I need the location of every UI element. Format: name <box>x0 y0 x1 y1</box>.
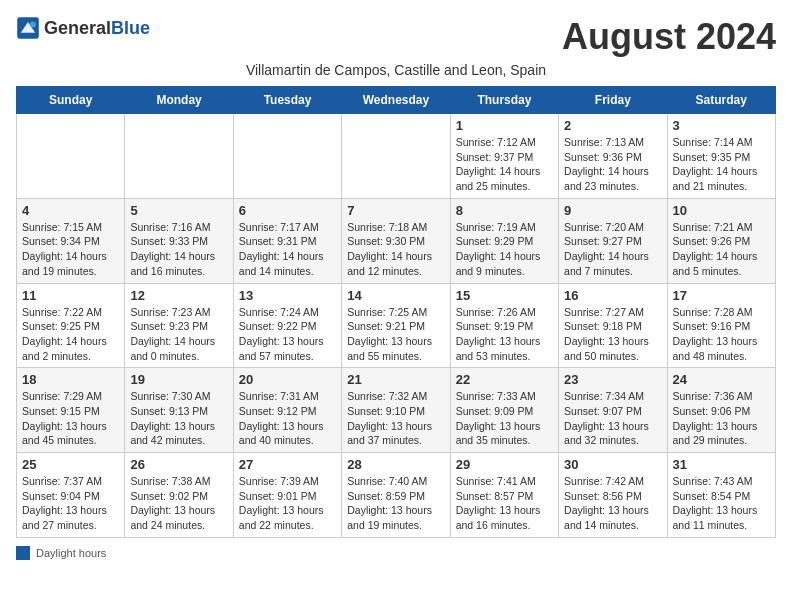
day-number: 11 <box>22 288 119 303</box>
day-number: 23 <box>564 372 661 387</box>
calendar-week-row: 18Sunrise: 7:29 AM Sunset: 9:15 PM Dayli… <box>17 368 776 453</box>
legend: Daylight hours <box>16 546 776 560</box>
day-number: 30 <box>564 457 661 472</box>
day-number: 26 <box>130 457 227 472</box>
calendar-day-cell: 2Sunrise: 7:13 AM Sunset: 9:36 PM Daylig… <box>559 114 667 199</box>
logo: General Blue <box>16 16 150 40</box>
day-info: Sunrise: 7:14 AM Sunset: 9:35 PM Dayligh… <box>673 135 770 194</box>
day-info: Sunrise: 7:25 AM Sunset: 9:21 PM Dayligh… <box>347 305 444 364</box>
calendar-day-cell: 14Sunrise: 7:25 AM Sunset: 9:21 PM Dayli… <box>342 283 450 368</box>
day-number: 7 <box>347 203 444 218</box>
logo-text-blue: Blue <box>111 19 150 37</box>
day-info: Sunrise: 7:13 AM Sunset: 9:36 PM Dayligh… <box>564 135 661 194</box>
day-number: 18 <box>22 372 119 387</box>
calendar-day-cell: 1Sunrise: 7:12 AM Sunset: 9:37 PM Daylig… <box>450 114 558 199</box>
day-info: Sunrise: 7:41 AM Sunset: 8:57 PM Dayligh… <box>456 474 553 533</box>
day-info: Sunrise: 7:34 AM Sunset: 9:07 PM Dayligh… <box>564 389 661 448</box>
day-number: 13 <box>239 288 336 303</box>
weekday-header-cell: Monday <box>125 87 233 114</box>
day-info: Sunrise: 7:28 AM Sunset: 9:16 PM Dayligh… <box>673 305 770 364</box>
calendar-week-row: 25Sunrise: 7:37 AM Sunset: 9:04 PM Dayli… <box>17 453 776 538</box>
calendar-day-cell <box>125 114 233 199</box>
weekday-header-cell: Thursday <box>450 87 558 114</box>
calendar-week-row: 11Sunrise: 7:22 AM Sunset: 9:25 PM Dayli… <box>17 283 776 368</box>
calendar-day-cell: 15Sunrise: 7:26 AM Sunset: 9:19 PM Dayli… <box>450 283 558 368</box>
day-number: 31 <box>673 457 770 472</box>
day-info: Sunrise: 7:39 AM Sunset: 9:01 PM Dayligh… <box>239 474 336 533</box>
day-info: Sunrise: 7:30 AM Sunset: 9:13 PM Dayligh… <box>130 389 227 448</box>
day-number: 24 <box>673 372 770 387</box>
calendar-day-cell: 4Sunrise: 7:15 AM Sunset: 9:34 PM Daylig… <box>17 198 125 283</box>
day-number: 4 <box>22 203 119 218</box>
day-info: Sunrise: 7:33 AM Sunset: 9:09 PM Dayligh… <box>456 389 553 448</box>
calendar-body: 1Sunrise: 7:12 AM Sunset: 9:37 PM Daylig… <box>17 114 776 538</box>
day-info: Sunrise: 7:40 AM Sunset: 8:59 PM Dayligh… <box>347 474 444 533</box>
calendar-day-cell: 16Sunrise: 7:27 AM Sunset: 9:18 PM Dayli… <box>559 283 667 368</box>
day-number: 15 <box>456 288 553 303</box>
day-info: Sunrise: 7:38 AM Sunset: 9:02 PM Dayligh… <box>130 474 227 533</box>
page-header: General Blue August 2024 <box>16 16 776 58</box>
day-number: 25 <box>22 457 119 472</box>
day-info: Sunrise: 7:27 AM Sunset: 9:18 PM Dayligh… <box>564 305 661 364</box>
day-info: Sunrise: 7:42 AM Sunset: 8:56 PM Dayligh… <box>564 474 661 533</box>
day-number: 8 <box>456 203 553 218</box>
weekday-header-row: SundayMondayTuesdayWednesdayThursdayFrid… <box>17 87 776 114</box>
day-number: 19 <box>130 372 227 387</box>
calendar-day-cell: 10Sunrise: 7:21 AM Sunset: 9:26 PM Dayli… <box>667 198 775 283</box>
day-info: Sunrise: 7:21 AM Sunset: 9:26 PM Dayligh… <box>673 220 770 279</box>
day-info: Sunrise: 7:31 AM Sunset: 9:12 PM Dayligh… <box>239 389 336 448</box>
day-info: Sunrise: 7:12 AM Sunset: 9:37 PM Dayligh… <box>456 135 553 194</box>
calendar-day-cell: 23Sunrise: 7:34 AM Sunset: 9:07 PM Dayli… <box>559 368 667 453</box>
weekday-header-cell: Friday <box>559 87 667 114</box>
day-info: Sunrise: 7:19 AM Sunset: 9:29 PM Dayligh… <box>456 220 553 279</box>
day-number: 3 <box>673 118 770 133</box>
calendar-day-cell: 7Sunrise: 7:18 AM Sunset: 9:30 PM Daylig… <box>342 198 450 283</box>
calendar-day-cell: 29Sunrise: 7:41 AM Sunset: 8:57 PM Dayli… <box>450 453 558 538</box>
day-info: Sunrise: 7:24 AM Sunset: 9:22 PM Dayligh… <box>239 305 336 364</box>
calendar-day-cell: 30Sunrise: 7:42 AM Sunset: 8:56 PM Dayli… <box>559 453 667 538</box>
day-info: Sunrise: 7:16 AM Sunset: 9:33 PM Dayligh… <box>130 220 227 279</box>
calendar-day-cell <box>342 114 450 199</box>
day-number: 14 <box>347 288 444 303</box>
day-info: Sunrise: 7:37 AM Sunset: 9:04 PM Dayligh… <box>22 474 119 533</box>
weekday-header-cell: Saturday <box>667 87 775 114</box>
day-number: 1 <box>456 118 553 133</box>
month-title: August 2024 <box>562 16 776 58</box>
day-info: Sunrise: 7:23 AM Sunset: 9:23 PM Dayligh… <box>130 305 227 364</box>
weekday-header-cell: Sunday <box>17 87 125 114</box>
calendar-table: SundayMondayTuesdayWednesdayThursdayFrid… <box>16 86 776 538</box>
day-number: 17 <box>673 288 770 303</box>
calendar-day-cell: 20Sunrise: 7:31 AM Sunset: 9:12 PM Dayli… <box>233 368 341 453</box>
day-info: Sunrise: 7:26 AM Sunset: 9:19 PM Dayligh… <box>456 305 553 364</box>
location-subtitle: Villamartin de Campos, Castille and Leon… <box>16 62 776 78</box>
calendar-day-cell: 12Sunrise: 7:23 AM Sunset: 9:23 PM Dayli… <box>125 283 233 368</box>
day-number: 22 <box>456 372 553 387</box>
weekday-header-cell: Wednesday <box>342 87 450 114</box>
day-number: 12 <box>130 288 227 303</box>
legend-label: Daylight hours <box>36 547 106 559</box>
logo-text-general: General <box>44 19 111 37</box>
calendar-day-cell: 25Sunrise: 7:37 AM Sunset: 9:04 PM Dayli… <box>17 453 125 538</box>
day-number: 2 <box>564 118 661 133</box>
svg-point-2 <box>30 21 36 27</box>
calendar-day-cell: 11Sunrise: 7:22 AM Sunset: 9:25 PM Dayli… <box>17 283 125 368</box>
day-info: Sunrise: 7:18 AM Sunset: 9:30 PM Dayligh… <box>347 220 444 279</box>
weekday-header-cell: Tuesday <box>233 87 341 114</box>
calendar-day-cell: 8Sunrise: 7:19 AM Sunset: 9:29 PM Daylig… <box>450 198 558 283</box>
day-number: 20 <box>239 372 336 387</box>
calendar-day-cell: 3Sunrise: 7:14 AM Sunset: 9:35 PM Daylig… <box>667 114 775 199</box>
legend-color-box <box>16 546 30 560</box>
calendar-day-cell: 6Sunrise: 7:17 AM Sunset: 9:31 PM Daylig… <box>233 198 341 283</box>
day-info: Sunrise: 7:29 AM Sunset: 9:15 PM Dayligh… <box>22 389 119 448</box>
day-info: Sunrise: 7:17 AM Sunset: 9:31 PM Dayligh… <box>239 220 336 279</box>
calendar-day-cell: 9Sunrise: 7:20 AM Sunset: 9:27 PM Daylig… <box>559 198 667 283</box>
day-number: 10 <box>673 203 770 218</box>
calendar-day-cell: 5Sunrise: 7:16 AM Sunset: 9:33 PM Daylig… <box>125 198 233 283</box>
calendar-day-cell: 13Sunrise: 7:24 AM Sunset: 9:22 PM Dayli… <box>233 283 341 368</box>
day-info: Sunrise: 7:43 AM Sunset: 8:54 PM Dayligh… <box>673 474 770 533</box>
calendar-week-row: 4Sunrise: 7:15 AM Sunset: 9:34 PM Daylig… <box>17 198 776 283</box>
calendar-day-cell: 19Sunrise: 7:30 AM Sunset: 9:13 PM Dayli… <box>125 368 233 453</box>
day-number: 21 <box>347 372 444 387</box>
calendar-day-cell <box>233 114 341 199</box>
logo-icon <box>16 16 40 40</box>
